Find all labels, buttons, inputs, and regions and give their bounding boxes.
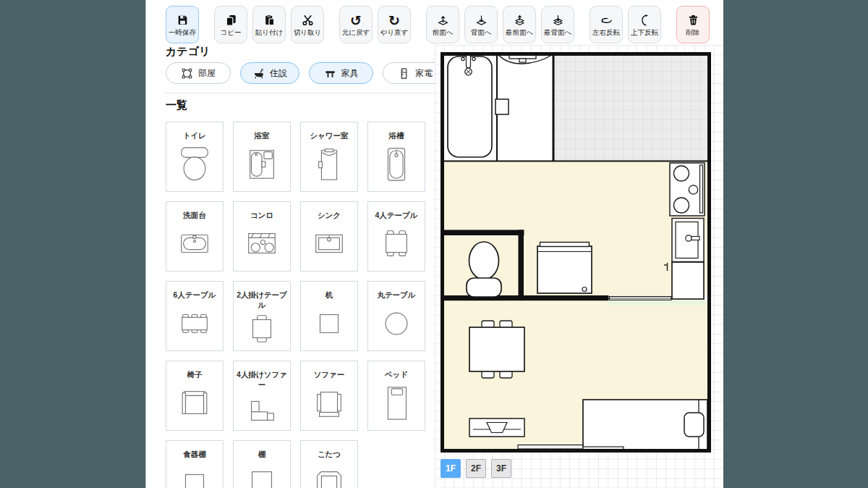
washbasin-icon <box>175 221 214 268</box>
floor-button-1f[interactable]: 1F <box>441 459 461 478</box>
item-card-table4[interactable]: 4人テーブル <box>367 201 425 272</box>
item-card-round-table[interactable]: 丸テーブル <box>367 281 425 351</box>
middle-wall[interactable] <box>443 295 609 300</box>
sink-icon <box>310 221 349 268</box>
item-label: シンク <box>318 211 341 221</box>
category-pill-appliances[interactable]: 家電 <box>383 62 435 84</box>
washing-machine-object[interactable] <box>537 243 592 294</box>
category-label: 部屋 <box>198 67 216 80</box>
item-card-stove[interactable]: コンロ <box>233 201 291 272</box>
send-to-back-icon <box>552 14 564 27</box>
send-to-back-button[interactable]: 最背面へ <box>541 6 574 43</box>
redo-icon: ↻ <box>388 14 400 27</box>
item-card-sofa4[interactable]: 4人掛けソファー <box>233 361 291 431</box>
category-label: 家具 <box>341 67 359 80</box>
stove-icon <box>242 221 281 268</box>
item-grid: トイレ浴室シャワー室浴槽洗面台コンロシンク4人テーブル6人テーブル2人掛けテーブ… <box>166 122 425 488</box>
category-pill-fixtures[interactable]: 住設 <box>240 62 299 84</box>
drawing-canvas[interactable]: 1F2F3F <box>435 45 723 488</box>
category-pill-room[interactable]: 部屋 <box>166 62 231 84</box>
item-card-sink[interactable]: シンク <box>300 201 358 272</box>
toilet-object[interactable] <box>467 242 501 297</box>
delete-label: 削除 <box>686 29 700 36</box>
bring-to-front-label: 最前面へ <box>506 29 533 36</box>
item-label: 2人掛けテーブル <box>235 290 289 310</box>
item-card-table6[interactable]: 6人テーブル <box>166 281 224 351</box>
redo-label: やり直す <box>380 29 409 36</box>
item-card-chair[interactable]: 椅子 <box>166 361 224 431</box>
tiled-floor-area[interactable] <box>553 54 710 161</box>
floor-plan[interactable] <box>441 52 711 453</box>
item-card-toilet[interactable]: トイレ <box>166 122 224 192</box>
item-label: ベッド <box>385 370 408 380</box>
shower-icon <box>310 141 349 188</box>
delete-button[interactable]: 削除 <box>676 6 710 43</box>
category-label: 住設 <box>270 67 287 80</box>
wall-opening-highlight <box>608 301 710 306</box>
item-card-sofa[interactable]: ソファー <box>300 361 358 431</box>
item-card-bathroom[interactable]: 浴室 <box>233 122 291 192</box>
flip-vertical-button[interactable]: 上下反転 <box>628 6 661 43</box>
floor-button-2f[interactable]: 2F <box>466 459 486 478</box>
copy-button[interactable]: コピー <box>214 6 247 43</box>
item-label: ソファー <box>314 370 345 380</box>
item-card-desk[interactable]: 机 <box>300 281 358 351</box>
sidebar-panel: カテゴリ 部屋住設家具家電 一覧 トイレ浴室シャワー室浴槽洗面台コンロシンク4人… <box>146 45 435 488</box>
item-card-shelf[interactable]: 棚 <box>233 440 291 488</box>
item-label: トイレ <box>183 131 206 141</box>
item-card-cupboard[interactable]: 食器棚 <box>166 440 224 488</box>
send-backward-button[interactable]: 背面へ <box>464 6 498 43</box>
sliding-door[interactable] <box>610 297 672 300</box>
save-label: 一時保存 <box>169 29 196 36</box>
item-label: 4人テーブル <box>375 211 417 221</box>
item-label: 洗面台 <box>183 211 206 221</box>
category-heading: カテゴリ <box>166 45 210 59</box>
bathroom-icon <box>242 141 281 188</box>
item-label: 机 <box>326 290 333 300</box>
chair-icon <box>175 380 214 427</box>
bring-forward-icon <box>437 14 449 27</box>
bring-forward-label: 前面へ <box>433 29 454 36</box>
item-label: 6人テーブル <box>173 290 216 300</box>
item-label: コンロ <box>250 211 273 221</box>
bathtub-object[interactable] <box>448 54 492 157</box>
kitchen-sink-object[interactable] <box>672 219 704 262</box>
item-card-bathtub[interactable]: 浴槽 <box>367 122 425 192</box>
send-to-back-label: 最背面へ <box>544 29 571 36</box>
item-card-bed[interactable]: ベッド <box>367 361 425 431</box>
floor-button-3f[interactable]: 3F <box>491 459 511 478</box>
undo-button[interactable]: ↺元に戻す <box>339 6 373 43</box>
item-card-shower[interactable]: シャワー室 <box>300 122 358 192</box>
desk-icon <box>310 300 349 348</box>
kotatsu-icon <box>310 460 349 488</box>
redo-button[interactable]: ↻やり直す <box>378 6 411 43</box>
tv-board-object[interactable] <box>469 418 524 437</box>
paste-button[interactable]: 貼り付け <box>252 6 286 43</box>
save-button[interactable]: 一時保存 <box>166 6 199 43</box>
stove-object[interactable] <box>670 163 705 216</box>
category-pills: 部屋住設家具家電 <box>166 62 435 84</box>
dining-table-object[interactable] <box>469 321 524 378</box>
item-card-kotatsu[interactable]: こたつ <box>300 440 358 488</box>
cut-label: 切り取り <box>294 29 321 36</box>
sofa-icon <box>310 380 349 427</box>
table2-icon <box>242 310 281 348</box>
bring-forward-button[interactable]: 前面へ <box>426 6 459 43</box>
paste-label: 貼り付け <box>255 29 283 36</box>
bring-to-front-button[interactable]: 最前面へ <box>503 6 536 43</box>
bed-icon <box>377 380 416 427</box>
item-label: 浴室 <box>255 131 270 141</box>
category-pill-furniture[interactable]: 家具 <box>309 62 373 84</box>
item-card-table2[interactable]: 2人掛けテーブル <box>233 281 291 351</box>
cut-button[interactable]: 切り取り <box>291 6 324 43</box>
shelf-icon <box>242 460 281 488</box>
floppy-icon <box>176 14 189 27</box>
table6-icon <box>175 300 214 348</box>
copy-icon <box>225 14 237 27</box>
room-icon <box>181 67 193 80</box>
bed-object[interactable] <box>583 400 707 451</box>
flip-vertical-label: 上下反転 <box>631 29 658 36</box>
flip-horizontal-button[interactable]: 左右反転 <box>590 6 623 43</box>
send-backward-icon <box>475 14 488 27</box>
item-card-washbasin[interactable]: 洗面台 <box>166 201 224 272</box>
